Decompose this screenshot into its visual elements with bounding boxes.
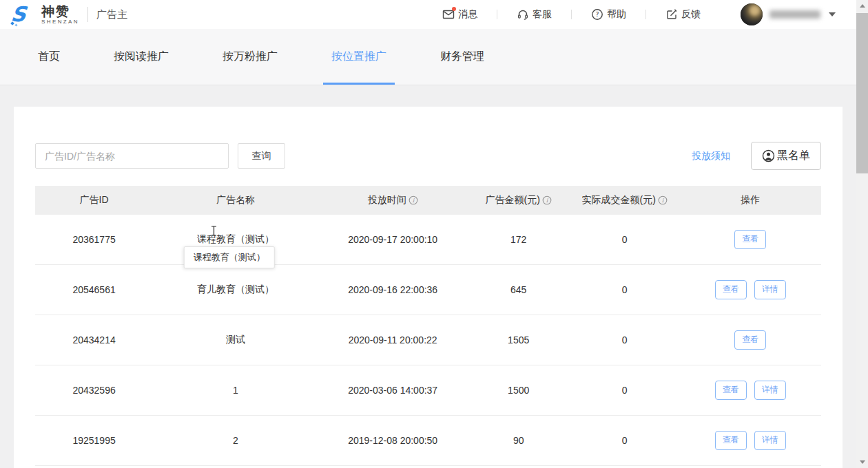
brand-divider bbox=[87, 7, 88, 22]
view-button[interactable]: 查看 bbox=[715, 431, 747, 449]
cell-delivery-time: 2020-09-11 20:00:22 bbox=[318, 334, 468, 345]
cell-ad-id: 20546561 bbox=[35, 284, 153, 295]
cell-ad-name: 育儿教育（测试） bbox=[153, 284, 318, 296]
brand-name: 神赞 bbox=[41, 5, 79, 18]
nav-item-support[interactable]: 客服 bbox=[517, 8, 552, 21]
tab-label: 财务管理 bbox=[440, 50, 484, 64]
nav-item-feedback[interactable]: 反馈 bbox=[665, 8, 701, 21]
table-row: 20361775 课程教育（测试） 课程教育（测试） 2020-09-17 20… bbox=[35, 215, 821, 265]
nav-menu: 消息 客服 ? 帮助 反馈 bbox=[442, 8, 701, 21]
cell-ad-name: 1 bbox=[153, 385, 318, 396]
svg-text:?: ? bbox=[595, 10, 599, 18]
info-icon[interactable]: i bbox=[658, 195, 668, 205]
detail-button[interactable]: 详情 bbox=[754, 431, 786, 449]
view-button[interactable]: 查看 bbox=[734, 330, 766, 349]
cell-actions: 查看 详情 bbox=[680, 431, 821, 449]
table-row: 20546561 育儿教育（测试） 2020-09-16 22:00:36 64… bbox=[35, 265, 821, 315]
chevron-down-icon[interactable] bbox=[829, 12, 836, 17]
svg-text:i: i bbox=[662, 198, 665, 204]
blacklist-button[interactable]: 黑名单 bbox=[751, 142, 821, 170]
cell-ad-name: 2 bbox=[153, 435, 318, 446]
cell-actions: 查看 bbox=[680, 330, 821, 349]
cell-actions: 查看 详情 bbox=[680, 381, 821, 399]
scrollbar-thumb[interactable] bbox=[856, 13, 868, 173]
nav-separator bbox=[645, 10, 646, 19]
avatar[interactable] bbox=[741, 3, 763, 25]
brand-name-en: SHENZAN bbox=[41, 19, 79, 25]
toolbar: 查询 投放须知 黑名单 bbox=[35, 142, 821, 170]
cell-delivery-time: 2019-12-08 20:00:50 bbox=[318, 435, 468, 446]
delivery-notice-link[interactable]: 投放须知 bbox=[692, 150, 730, 162]
cell-ad-name: 测试 bbox=[153, 334, 318, 346]
cell-ad-name: 课程教育（测试） 课程教育（测试） bbox=[153, 215, 318, 264]
mail-icon bbox=[442, 8, 455, 21]
tab-position-promotion[interactable]: 按位置推广 bbox=[331, 29, 386, 85]
cell-ad-amount: 172 bbox=[468, 234, 570, 245]
portal-label: 广告主 bbox=[96, 8, 127, 21]
tab-finance[interactable]: 财务管理 bbox=[440, 29, 484, 85]
table-row: 20434214 测试 2020-09-11 20:00:22 1505 0 查… bbox=[35, 315, 821, 365]
main-tabbar: 首页 按阅读推广 按万粉推广 按位置推广 财务管理 bbox=[0, 29, 856, 85]
tab-read-promotion[interactable]: 按阅读推广 bbox=[114, 29, 169, 85]
svg-text:i: i bbox=[412, 198, 415, 204]
text-cursor-icon bbox=[211, 226, 217, 236]
nav-item-label: 反馈 bbox=[681, 8, 701, 21]
ads-table: 广告ID 广告名称 投放时间 i 广告金额(元) i 实际成交金额(元) i 操… bbox=[35, 186, 821, 466]
user-phone-redacted bbox=[769, 10, 820, 19]
top-navbar: S 神赞 SHENZAN 广告主 消息 客服 ? bbox=[0, 0, 856, 29]
help-icon: ? bbox=[591, 8, 603, 21]
nav-item-label: 客服 bbox=[533, 8, 552, 21]
tab-fans-promotion[interactable]: 按万粉推广 bbox=[223, 29, 278, 85]
nav-item-label: 帮助 bbox=[607, 8, 626, 21]
cell-ad-id: 20434214 bbox=[35, 334, 153, 345]
cell-deal-amount: 0 bbox=[570, 284, 680, 295]
view-button[interactable]: 查看 bbox=[734, 230, 766, 248]
tab-home[interactable]: 首页 bbox=[38, 29, 60, 85]
ad-name-tooltip: 课程教育（测试） bbox=[184, 246, 275, 268]
cell-actions: 查看 bbox=[680, 230, 821, 248]
query-button[interactable]: 查询 bbox=[238, 143, 285, 169]
nav-item-label: 消息 bbox=[458, 8, 477, 21]
col-header-deal-amount: 实际成交金额(元) i bbox=[570, 194, 680, 206]
tab-label: 按万粉推广 bbox=[223, 50, 278, 64]
table-row: 19251995 2 2019-12-08 20:00:50 90 0 查看 详… bbox=[35, 416, 821, 466]
feedback-icon bbox=[665, 8, 678, 21]
scroll-up-arrow-icon[interactable] bbox=[856, 0, 868, 12]
svg-text:i: i bbox=[546, 198, 549, 204]
blacklist-label: 黑名单 bbox=[777, 149, 810, 163]
ad-name-text: 课程教育（测试） bbox=[197, 233, 274, 246]
info-icon[interactable]: i bbox=[409, 195, 418, 205]
brand-text: 神赞 SHENZAN bbox=[41, 5, 79, 25]
search-input[interactable] bbox=[35, 143, 229, 169]
col-header-ad-name: 广告名称 bbox=[153, 194, 318, 206]
table-header: 广告ID 广告名称 投放时间 i 广告金额(元) i 实际成交金额(元) i 操… bbox=[35, 186, 821, 215]
scroll-down-arrow-icon[interactable] bbox=[856, 456, 868, 468]
detail-button[interactable]: 详情 bbox=[754, 381, 786, 399]
cell-ad-id: 19251995 bbox=[35, 435, 153, 446]
avatar-image bbox=[741, 3, 763, 25]
user-area[interactable] bbox=[741, 3, 836, 25]
info-icon[interactable]: i bbox=[542, 195, 552, 205]
cell-ad-amount: 645 bbox=[468, 284, 570, 295]
col-header-actions: 操作 bbox=[680, 194, 821, 206]
blacklist-user-icon bbox=[762, 149, 775, 162]
brand: S 神赞 SHENZAN 广告主 bbox=[11, 3, 127, 26]
col-header-ad-amount: 广告金额(元) i bbox=[468, 194, 570, 206]
nav-item-help[interactable]: ? 帮助 bbox=[591, 8, 626, 21]
nav-item-messages[interactable]: 消息 bbox=[442, 8, 477, 21]
cell-ad-id: 20432596 bbox=[35, 385, 153, 396]
nav-separator bbox=[571, 10, 572, 19]
view-button[interactable]: 查看 bbox=[715, 381, 747, 399]
cell-ad-amount: 1500 bbox=[468, 385, 570, 396]
tab-label: 按阅读推广 bbox=[114, 50, 169, 64]
cell-delivery-time: 2020-03-06 14:00:37 bbox=[318, 385, 468, 396]
table-row: 20432596 1 2020-03-06 14:00:37 1500 0 查看… bbox=[35, 365, 821, 416]
detail-button[interactable]: 详情 bbox=[754, 280, 786, 299]
tab-label: 首页 bbox=[38, 50, 60, 64]
cell-deal-amount: 0 bbox=[570, 234, 680, 245]
vertical-scrollbar[interactable] bbox=[856, 0, 868, 468]
shenzan-logo-icon: S bbox=[11, 3, 36, 26]
nav-separator bbox=[497, 10, 497, 19]
view-button[interactable]: 查看 bbox=[715, 280, 747, 299]
cell-delivery-time: 2020-09-16 22:00:36 bbox=[318, 284, 468, 295]
